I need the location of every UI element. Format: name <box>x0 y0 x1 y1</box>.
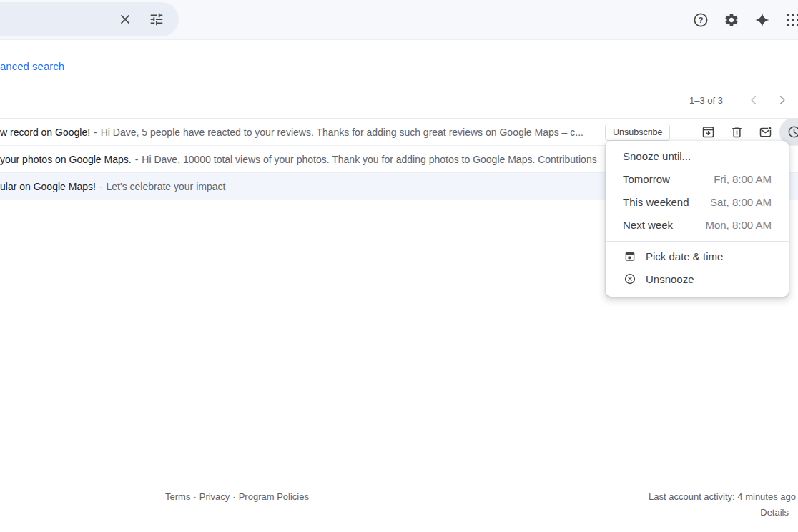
topbar-actions: ? <box>686 6 798 34</box>
terms-link[interactable]: Terms <box>165 491 190 502</box>
subject-snippet-separator: - <box>132 154 142 165</box>
snooze-option-this-weekend[interactable]: This weekend Sat, 8:00 AM <box>606 190 789 213</box>
search-bar[interactable] <box>0 2 179 36</box>
menu-divider <box>606 241 789 242</box>
unsnooze-label: Unsnooze <box>646 273 694 285</box>
unsnooze-item[interactable]: Unsnooze <box>606 267 789 290</box>
snooze-option-label: Tomorrow <box>623 173 670 185</box>
subject-snippet-separator: - <box>90 127 101 138</box>
advanced-search-link[interactable]: anced search <box>0 60 64 72</box>
pick-date-time-label: Pick date & time <box>646 250 723 262</box>
footer-separator: · <box>193 491 196 502</box>
unsubscribe-button[interactable]: Unsubscribe <box>605 124 670 141</box>
snooze-option-time: Mon, 8:00 AM <box>705 219 772 231</box>
tune-icon <box>149 11 164 27</box>
email-snippet: Hi Dave, 10000 total views of your photo… <box>142 154 596 165</box>
footer-account-activity: Last account activity: 4 minutes ago Det… <box>649 491 796 518</box>
search-options-button[interactable] <box>142 5 171 34</box>
privacy-link[interactable]: Privacy <box>200 491 230 502</box>
pick-date-time-item[interactable]: Pick date & time <box>606 245 789 267</box>
email-subject: your photos on Google Maps. <box>0 154 132 165</box>
clock-icon <box>787 124 798 139</box>
apps-grid-icon <box>784 11 798 29</box>
mark-unread-icon <box>758 124 773 139</box>
settings-button[interactable] <box>717 6 746 34</box>
email-subject: w record on Google! <box>0 127 90 138</box>
snooze-option-time: Sat, 8:00 AM <box>710 196 772 208</box>
calendar-icon <box>624 250 636 262</box>
pagination: 1–3 of 3 <box>689 92 791 109</box>
chevron-left-icon <box>746 92 762 108</box>
snooze-option-label: Next week <box>623 219 673 231</box>
gear-icon <box>724 12 739 28</box>
snooze-menu-title: Snooze until... <box>606 144 789 167</box>
sparkle-icon <box>754 11 771 29</box>
snooze-option-next-week[interactable]: Next week Mon, 8:00 AM <box>606 213 789 236</box>
last-account-activity-text: Last account activity: 4 minutes ago <box>649 491 796 502</box>
footer-separator: · <box>232 491 235 502</box>
email-snippet: Let's celebrate your impact <box>107 181 226 192</box>
clear-search-button[interactable] <box>111 5 139 34</box>
gemini-button[interactable] <box>748 6 777 34</box>
chevron-right-icon <box>774 92 790 108</box>
newer-page-button[interactable] <box>745 92 762 109</box>
gmail-search-results-page: ? <box>0 0 798 532</box>
footer-policy-links: Terms·Privacy·Program Policies <box>165 491 309 502</box>
apps-grid-button[interactable] <box>779 6 798 34</box>
svg-text:?: ? <box>698 16 703 24</box>
topbar: ? <box>0 0 798 40</box>
details-link[interactable]: Details <box>649 507 789 518</box>
older-page-button[interactable] <box>774 92 791 109</box>
archive-icon <box>701 124 716 139</box>
snooze-menu: Snooze until... Tomorrow Fri, 8:00 AM Th… <box>606 141 789 297</box>
program-policies-link[interactable]: Program Policies <box>239 491 309 502</box>
unsnooze-icon <box>624 272 636 285</box>
snooze-option-tomorrow[interactable]: Tomorrow Fri, 8:00 AM <box>606 167 789 190</box>
close-icon <box>117 11 133 27</box>
help-button[interactable]: ? <box>686 6 715 34</box>
snooze-option-label: This weekend <box>623 196 689 208</box>
email-snippet: Hi Dave, 5 people have reacted to your r… <box>101 127 583 138</box>
subject-snippet-separator: - <box>96 181 107 192</box>
pagination-range: 1–3 of 3 <box>689 95 723 106</box>
trash-icon <box>729 124 744 139</box>
help-icon: ? <box>692 11 709 29</box>
email-subject: ular on Google Maps! <box>0 181 96 192</box>
snooze-option-time: Fri, 8:00 AM <box>714 173 772 185</box>
